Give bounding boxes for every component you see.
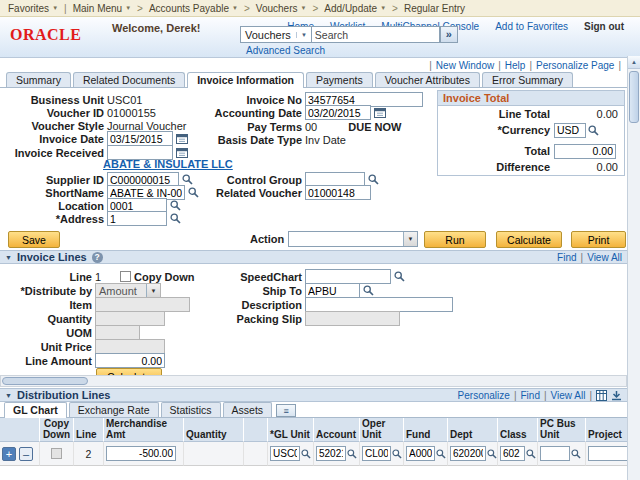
dept-input[interactable] — [450, 446, 486, 461]
project-input[interactable] — [588, 446, 627, 461]
item-field: Item — [4, 297, 190, 312]
breadcrumb-add-update[interactable]: Add/Update▼ — [324, 3, 386, 14]
tab-payments[interactable]: Payments — [306, 72, 373, 87]
magnifier-icon[interactable] — [526, 449, 536, 459]
magnifier-icon[interactable] — [188, 187, 199, 198]
fund-input[interactable] — [406, 446, 435, 461]
copy-down-checkbox[interactable] — [120, 271, 131, 282]
packing-slip-label: Packing Slip — [210, 313, 302, 325]
vertical-scrollbar-thumb[interactable] — [629, 71, 639, 123]
breadcrumb-vouchers[interactable]: Vouchers▼ — [256, 3, 307, 14]
class-input[interactable] — [500, 446, 525, 461]
print-button[interactable]: Print — [571, 231, 626, 248]
total-input[interactable] — [554, 144, 616, 159]
magnifier-icon[interactable] — [392, 449, 402, 459]
distribution-personalize-link[interactable]: Personalize — [458, 390, 510, 401]
new-window-link[interactable]: New Window — [436, 60, 494, 71]
magnifier-icon[interactable] — [487, 449, 497, 459]
quantity-input — [95, 311, 165, 326]
address-input[interactable] — [107, 211, 167, 226]
row-quantity-cell — [184, 442, 244, 466]
invoice-lines-find-link[interactable]: Find — [557, 252, 576, 263]
collapse-icon[interactable]: ▼ — [5, 254, 12, 261]
personalize-page-link[interactable]: Personalize Page — [536, 60, 614, 71]
search-go-button[interactable]: » — [440, 26, 458, 43]
scroll-up-arrow-icon[interactable]: ▲ — [628, 56, 640, 69]
tab-related-documents[interactable]: Related Documents — [73, 72, 185, 87]
gl-unit-input[interactable] — [270, 446, 300, 461]
line-amount-input[interactable] — [95, 353, 165, 368]
breadcrumb-favorites[interactable]: Favorites▼ — [8, 3, 58, 14]
magnifier-icon[interactable] — [436, 449, 446, 459]
chevron-down-icon: ▼ — [380, 5, 386, 11]
business-unit-value: USC01 — [107, 94, 142, 106]
grid-popup-icon[interactable] — [596, 390, 607, 401]
save-button[interactable]: Save — [8, 231, 60, 248]
calendar-icon[interactable] — [176, 147, 188, 158]
magnifier-icon[interactable] — [588, 125, 599, 136]
help-icon[interactable]: ? — [92, 252, 103, 263]
distribution-view-all-link[interactable]: View All — [551, 390, 586, 401]
invoice-date-input[interactable] — [107, 131, 173, 146]
nav-add-to-favorites-link[interactable]: Add to Favorites — [495, 21, 568, 32]
magnifier-icon[interactable] — [571, 449, 581, 459]
oper-unit-input[interactable] — [362, 446, 391, 461]
vertical-scrollbar[interactable]: ▲ — [627, 56, 640, 480]
magnifier-icon[interactable] — [170, 213, 181, 224]
calendar-icon[interactable] — [374, 107, 386, 118]
magnifier-icon[interactable] — [347, 449, 357, 459]
tab-exchange-rate[interactable]: Exchange Rate — [69, 402, 159, 417]
magnifier-icon[interactable] — [368, 174, 379, 185]
accounting-date-input[interactable] — [305, 105, 371, 120]
line-label: Line — [4, 271, 92, 283]
tab-voucher-attributes[interactable]: Voucher Attributes — [375, 72, 480, 87]
magnifier-icon[interactable] — [394, 271, 405, 282]
chevron-down-icon: ▼ — [232, 5, 238, 11]
difference-value: 0.00 — [554, 161, 618, 173]
col-row-actions — [0, 418, 40, 442]
search-input[interactable] — [312, 26, 440, 43]
speedchart-input[interactable] — [305, 269, 391, 284]
related-voucher-input[interactable] — [305, 185, 371, 200]
tab-error-summary[interactable]: Error Summary — [482, 72, 573, 87]
horizontal-scrollbar[interactable] — [0, 375, 627, 387]
tab-invoice-information[interactable]: Invoice Information — [187, 72, 304, 88]
description-input[interactable] — [305, 297, 453, 312]
magnifier-icon[interactable] — [301, 449, 311, 459]
calculate-button[interactable]: Calculate — [496, 231, 562, 248]
horizontal-scrollbar-thumb[interactable] — [2, 377, 88, 385]
magnifier-icon[interactable] — [182, 174, 193, 185]
currency-input[interactable] — [554, 123, 586, 138]
remove-row-button[interactable]: – — [19, 447, 33, 461]
invoice-lines-view-all-link[interactable]: View All — [587, 252, 622, 263]
calendar-icon[interactable] — [176, 133, 188, 144]
collapse-icon[interactable]: ▼ — [5, 392, 12, 399]
tab-statistics[interactable]: Statistics — [161, 402, 221, 417]
basis-date-type-value: Inv Date — [305, 134, 346, 146]
tab-summary[interactable]: Summary — [6, 72, 71, 87]
breadcrumb-accounts-payable[interactable]: Accounts Payable▼ — [149, 3, 238, 14]
show-all-tabs-icon[interactable]: ≡ — [276, 404, 296, 417]
magnifier-icon[interactable] — [170, 200, 181, 211]
ship-to-input[interactable] — [305, 283, 360, 298]
account-input[interactable] — [316, 446, 346, 461]
pc-bus-unit-input[interactable] — [540, 446, 570, 461]
line-amount-field: Line Amount — [4, 353, 165, 368]
download-icon[interactable] — [611, 390, 622, 401]
supplier-name-link[interactable]: ABATE & INSULATE LLC — [103, 158, 233, 170]
breadcrumb-main-menu[interactable]: Main Menu▼ — [73, 3, 131, 14]
run-button[interactable]: Run — [424, 231, 486, 248]
tab-assets[interactable]: Assets — [223, 402, 273, 417]
total-label: Total — [525, 145, 550, 157]
advanced-search-link[interactable]: Advanced Search — [246, 45, 325, 56]
help-link[interactable]: Help — [505, 60, 526, 71]
signout-link[interactable]: Sign out — [584, 21, 624, 32]
magnifier-icon[interactable] — [363, 285, 374, 296]
row-spacer-cell — [244, 442, 268, 466]
tab-gl-chart[interactable]: GL Chart — [4, 402, 67, 418]
add-row-button[interactable]: + — [2, 447, 16, 461]
action-select[interactable]: ▼ — [288, 231, 418, 247]
search-scope-dropdown[interactable]: Vouchers▼ — [240, 26, 312, 43]
merchandise-amt-input[interactable] — [106, 446, 176, 461]
distribution-find-link[interactable]: Find — [520, 390, 539, 401]
